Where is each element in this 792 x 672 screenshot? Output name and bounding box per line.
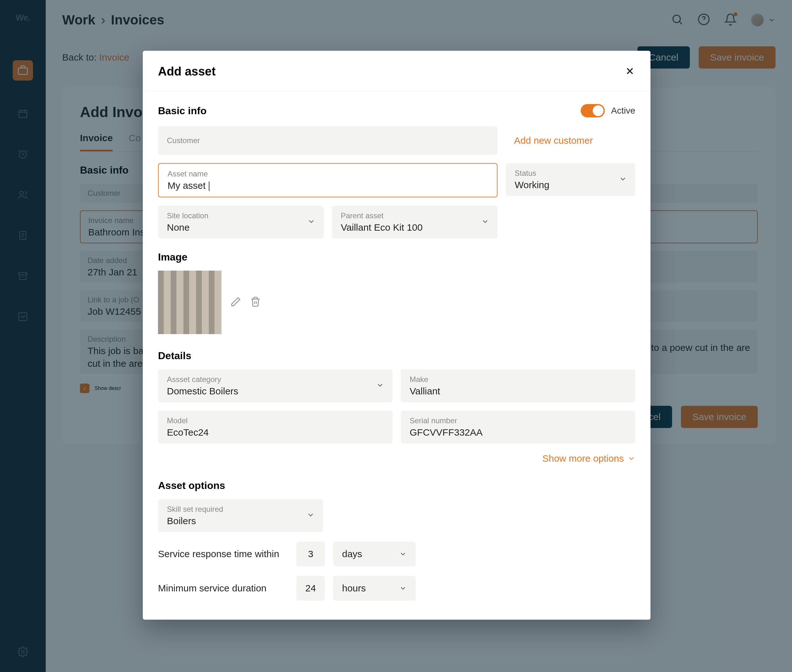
serial-label: Serial number bbox=[410, 416, 626, 425]
status-field[interactable]: Status Working bbox=[506, 163, 635, 196]
delete-image-button[interactable] bbox=[250, 296, 261, 309]
response-time-input[interactable]: 3 bbox=[296, 542, 325, 566]
chevron-down-icon bbox=[399, 550, 407, 558]
close-icon bbox=[624, 66, 635, 77]
customer-label: Customer bbox=[167, 136, 489, 145]
chevron-down-icon bbox=[376, 381, 384, 390]
duration-label: Minimum service duration bbox=[158, 583, 288, 594]
skill-label: Skill set required bbox=[167, 505, 314, 514]
status-label: Status bbox=[515, 169, 626, 178]
category-field[interactable]: Assset category Domestic Boilers bbox=[158, 369, 392, 402]
section-basic: Basic info bbox=[158, 105, 206, 117]
status-value: Working bbox=[515, 179, 626, 190]
parent-asset-value: Vaillant Eco Kit 100 bbox=[341, 222, 489, 233]
trash-icon bbox=[250, 296, 261, 307]
section-details: Details bbox=[158, 350, 635, 362]
make-value: Valliant bbox=[410, 386, 626, 397]
chevron-down-icon bbox=[399, 584, 407, 592]
site-location-field[interactable]: Site location None bbox=[158, 206, 324, 238]
asset-image-thumbnail[interactable] bbox=[158, 270, 221, 334]
chevron-down-icon bbox=[481, 218, 489, 227]
model-value: EcoTec24 bbox=[167, 427, 384, 438]
pencil-icon bbox=[230, 296, 241, 307]
model-field[interactable]: Model EcoTec24 bbox=[158, 411, 392, 443]
site-location-label: Site location bbox=[167, 211, 315, 220]
category-value: Domestic Boilers bbox=[167, 386, 384, 397]
active-label: Active bbox=[611, 106, 635, 116]
close-button[interactable] bbox=[624, 66, 635, 78]
section-image: Image bbox=[158, 251, 635, 263]
make-field[interactable]: Make Valliant bbox=[401, 369, 635, 402]
site-location-value: None bbox=[167, 222, 315, 233]
add-asset-modal: Add asset Basic info Active Customer Add… bbox=[143, 51, 651, 620]
asset-name-value: My asset bbox=[168, 180, 488, 191]
parent-asset-label: Parent asset bbox=[341, 211, 489, 220]
skill-field[interactable]: Skill set required Boilers bbox=[158, 499, 323, 532]
duration-input[interactable]: 24 bbox=[296, 576, 325, 601]
model-label: Model bbox=[167, 416, 384, 425]
serial-value: GFCVVFF332AA bbox=[410, 427, 626, 438]
customer-field[interactable]: Customer bbox=[158, 126, 498, 155]
asset-name-field[interactable]: Asset name My asset bbox=[158, 163, 498, 197]
section-options: Asset options bbox=[158, 480, 635, 491]
edit-image-button[interactable] bbox=[230, 296, 241, 309]
duration-unit[interactable]: hours bbox=[333, 576, 416, 601]
skill-value: Boilers bbox=[167, 515, 314, 526]
category-label: Assset category bbox=[167, 375, 384, 384]
chevron-down-icon bbox=[628, 454, 635, 462]
response-time-label: Service response time within bbox=[158, 549, 288, 559]
response-time-unit[interactable]: days bbox=[333, 542, 416, 566]
make-label: Make bbox=[410, 375, 626, 384]
parent-asset-field[interactable]: Parent asset Vaillant Eco Kit 100 bbox=[332, 206, 498, 238]
add-customer-link[interactable]: Add new customer bbox=[514, 135, 593, 146]
chevron-down-icon bbox=[307, 218, 315, 227]
active-toggle[interactable] bbox=[581, 104, 605, 117]
asset-name-label: Asset name bbox=[168, 170, 488, 178]
modal-title: Add asset bbox=[158, 65, 216, 78]
show-more-link[interactable]: Show more options bbox=[158, 453, 635, 464]
chevron-down-icon bbox=[619, 175, 627, 184]
serial-field[interactable]: Serial number GFCVVFF332AA bbox=[401, 411, 635, 443]
chevron-down-icon bbox=[307, 511, 315, 520]
